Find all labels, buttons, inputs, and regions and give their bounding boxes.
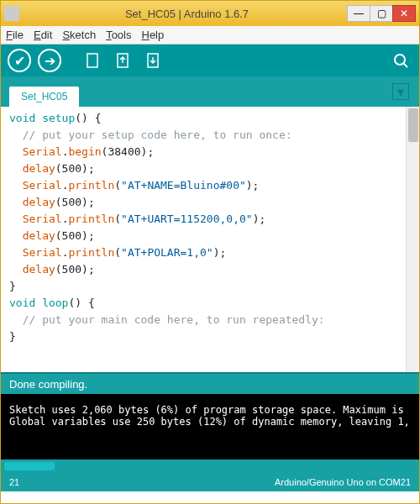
svg-line-4 <box>403 63 407 67</box>
upload-button[interactable]: ➔ <box>38 49 61 72</box>
tab-active[interactable]: Set_HC05 <box>9 87 79 107</box>
window-title: Set_HC05 | Arduino 1.6.7 <box>26 8 348 20</box>
code-line: Serial.println("AT+POLAR=1,0"); <box>9 244 411 261</box>
minimize-button[interactable]: — <box>347 5 370 22</box>
open-sketch-button[interactable] <box>112 49 135 72</box>
code-line: Serial.println("AT+NAME=Bluino#00"); <box>9 177 411 194</box>
console-output[interactable]: Sketch uses 2,060 bytes (6%) of program … <box>1 394 419 459</box>
arduino-app-icon <box>4 6 19 21</box>
window-controls: — ▢ ✕ <box>348 5 416 22</box>
code-editor[interactable]: void setup() { // put your setup code he… <box>1 107 419 372</box>
code-line: } <box>9 278 411 295</box>
tab-dropdown-button[interactable]: ▾ <box>392 83 409 100</box>
close-button[interactable]: ✕ <box>392 5 416 22</box>
board-port-info: Arduino/Genuino Uno on COM21 <box>275 477 411 487</box>
menu-help[interactable]: Help <box>141 29 164 41</box>
menu-sketch[interactable]: Sketch <box>62 29 96 41</box>
code-line: } <box>9 328 411 345</box>
save-sketch-button[interactable] <box>142 49 165 72</box>
serial-monitor-button[interactable] <box>389 49 412 72</box>
status-bar: Done compiling. <box>1 372 419 394</box>
footer-bar: 21 Arduino/Genuino Uno on COM21 <box>1 473 419 491</box>
menu-tools[interactable]: Tools <box>106 29 131 41</box>
verify-button[interactable]: ✔ <box>8 49 31 72</box>
status-message: Done compiling. <box>9 378 87 391</box>
editor-scrollbar[interactable] <box>406 107 419 372</box>
code-line: void setup() { <box>9 110 411 127</box>
line-number: 21 <box>9 477 19 487</box>
scrollbar-thumb[interactable] <box>408 108 418 142</box>
menu-bar: File Edit Sketch Tools Help <box>1 26 419 45</box>
code-line: // put your main code here, to run repea… <box>9 312 411 328</box>
code-line: delay(500); <box>9 261 411 278</box>
code-line: // put your setup code here, to run once… <box>9 127 411 144</box>
console-line: Sketch uses 2,060 bytes (6%) of program … <box>9 404 411 416</box>
svg-rect-0 <box>87 54 97 67</box>
code-line: Serial.println("AT+UART=115200,0,0"); <box>9 211 411 228</box>
menu-file[interactable]: File <box>6 29 24 41</box>
scrollbar-thumb[interactable] <box>4 462 55 470</box>
console-line: Global variables use 250 bytes (12%) of … <box>9 416 411 428</box>
code-line: delay(500); <box>9 228 411 244</box>
toolbar: ✔ ➔ <box>1 45 419 76</box>
tab-strip: Set_HC05 ▾ <box>1 76 419 107</box>
new-sketch-button[interactable] <box>81 49 105 72</box>
code-line: delay(500); <box>9 160 411 177</box>
maximize-button[interactable]: ▢ <box>370 5 393 22</box>
code-line: delay(500); <box>9 194 411 211</box>
window-titlebar: Set_HC05 | Arduino 1.6.7 — ▢ ✕ <box>1 1 419 26</box>
menu-edit[interactable]: Edit <box>34 29 52 41</box>
code-line: Serial.begin(38400); <box>9 144 411 160</box>
console-scrollbar[interactable] <box>1 459 419 473</box>
code-line: void loop() { <box>9 295 411 312</box>
